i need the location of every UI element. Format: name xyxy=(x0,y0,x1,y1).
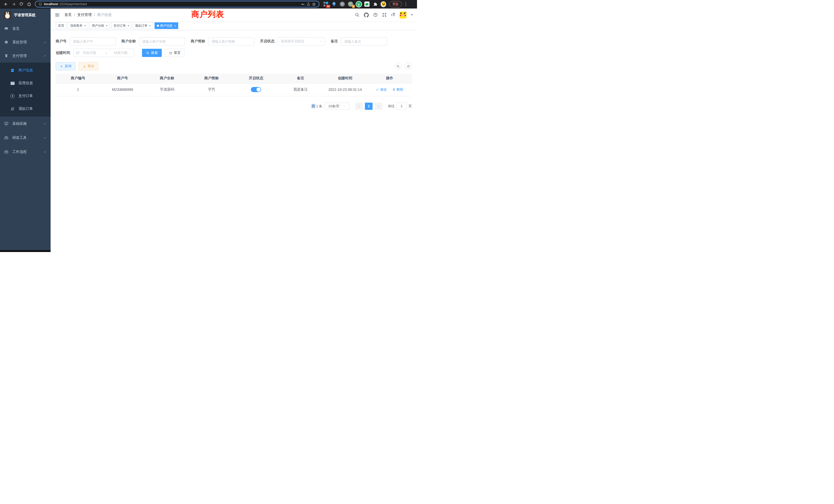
font-size-icon[interactable]: TT xyxy=(391,13,395,17)
bookmark-star-icon[interactable] xyxy=(312,2,316,6)
kite-extension-icon[interactable] xyxy=(331,1,337,7)
filter-row-1: 商户号 商户全称 商户简称 开启状态 请选择开启状态 xyxy=(56,37,412,45)
sidebar-item-merchant-info[interactable]: 商户信息 xyxy=(0,64,50,77)
col-header: 备注 xyxy=(278,74,323,83)
fullscreen-icon[interactable] xyxy=(382,13,387,17)
close-icon[interactable]: × xyxy=(149,24,151,27)
next-page-button[interactable] xyxy=(375,102,382,110)
password-key-icon[interactable] xyxy=(301,2,305,6)
refresh-table-button[interactable] xyxy=(405,63,412,70)
prev-page-button[interactable] xyxy=(355,102,363,110)
breadcrumb-item[interactable]: 支付管理 xyxy=(77,13,92,17)
sidebar-item-infra[interactable]: 基础设施 xyxy=(0,116,50,131)
active-tab-dot xyxy=(157,25,159,27)
collapse-sidebar-icon[interactable] xyxy=(55,12,60,18)
sidebar-item-label: 工作流程 xyxy=(12,150,27,154)
url-bar[interactable]: localhost :1024/pay/merchant xyxy=(35,1,320,7)
close-icon[interactable]: × xyxy=(106,24,107,27)
remark-input[interactable] xyxy=(341,37,387,45)
forward-icon[interactable] xyxy=(10,1,17,7)
avatar-caret-icon[interactable] xyxy=(411,14,413,17)
sidebar-item-pay-order[interactable]: 支付订单 xyxy=(0,90,50,102)
app-header: 首页 / 支付管理 / 商户信息 TT xyxy=(50,8,417,21)
chrome-update-button[interactable]: 更新 xyxy=(389,1,402,7)
status-toggle-on[interactable] xyxy=(251,87,261,92)
tag-manager-extension-icon[interactable]: 10 xyxy=(323,1,329,7)
close-icon[interactable]: × xyxy=(128,24,129,27)
tab-process-form[interactable]: 流程表单 × xyxy=(68,22,88,29)
back-icon[interactable] xyxy=(3,1,9,7)
browser-menu-icon[interactable] xyxy=(404,2,408,6)
filter-row-2: 创建时间 开始日期 - 结束日期 搜索 重置 xyxy=(56,49,412,57)
home-icon[interactable] xyxy=(26,1,32,7)
app-logo[interactable]: 芋道管理系统 xyxy=(0,8,50,22)
toggle-search-button[interactable] xyxy=(394,63,401,70)
col-header: 操作 xyxy=(368,74,412,83)
sidebar-item-system[interactable]: 系统管理 xyxy=(0,36,50,49)
table-header-row: 商户编号 商户号 商户全称 商户简称 开启状态 备注 创建时间 操作 xyxy=(56,74,412,83)
short-name-input[interactable] xyxy=(208,37,255,45)
command-extension-icon[interactable] xyxy=(339,1,345,7)
sidebar-item-label: 商户信息 xyxy=(19,68,33,73)
sidebar-item-app-info[interactable]: 应用信息 xyxy=(0,77,50,90)
full-name-input[interactable] xyxy=(139,37,185,45)
sidebar-item-refund-order[interactable]: 退款订单 xyxy=(0,102,50,115)
start-date-placeholder: 开始日期 xyxy=(81,50,104,55)
gear-icon xyxy=(4,40,8,44)
close-icon[interactable]: × xyxy=(174,24,176,27)
tab-pay-order[interactable]: 支付订单 × xyxy=(111,22,131,29)
sidebar-item-dev-tools[interactable]: 研发工具 xyxy=(0,131,50,145)
y-extension-icon[interactable]: y xyxy=(356,1,361,7)
user-avatar[interactable] xyxy=(399,12,407,19)
merchant-table: 商户编号 商户号 商户全称 商户简称 开启状态 备注 创建时间 操作 1 M23… xyxy=(56,74,412,96)
info-icon[interactable] xyxy=(39,2,42,6)
reset-button[interactable]: 重置 xyxy=(165,49,184,57)
tab-merchant-info[interactable]: 商户信息 × xyxy=(155,22,178,29)
sidebar-item-workflow[interactable]: 工作流程 xyxy=(0,145,50,159)
annotation-title: 商户列表 xyxy=(191,9,224,20)
sidebar-item-pay[interactable]: 支付管理 xyxy=(0,49,50,63)
help-icon[interactable] xyxy=(373,13,378,17)
sidebar-item-label: 研发工具 xyxy=(12,136,27,140)
delete-link[interactable]: 删除 xyxy=(392,87,403,92)
short-name-label: 商户简称 xyxy=(191,39,205,44)
status-select[interactable]: 请选择开启状态 xyxy=(278,37,325,45)
add-button[interactable]: 新增 xyxy=(56,62,75,70)
col-header: 商户简称 xyxy=(189,74,234,83)
search-button[interactable]: 搜索 xyxy=(142,49,162,57)
edit-link[interactable]: 修改 xyxy=(376,87,387,92)
chevron-down-icon xyxy=(43,122,46,125)
sidebar-item-label: 退款订单 xyxy=(19,107,33,111)
page-number-1[interactable]: 1 xyxy=(365,102,373,110)
breadcrumb-separator: / xyxy=(94,13,95,17)
create-time-range-picker[interactable]: 开始日期 - 结束日期 xyxy=(73,49,134,57)
table-icon xyxy=(10,81,15,86)
extensions-puzzle-icon[interactable] xyxy=(372,1,378,7)
recorder-extension-icon[interactable]: 1 xyxy=(348,1,353,7)
share-icon[interactable] xyxy=(307,2,310,6)
tab-user-group[interactable]: 用户分组 × xyxy=(89,22,110,29)
end-date-placeholder: 结束日期 xyxy=(108,50,131,55)
chevron-down-icon xyxy=(43,41,46,44)
export-button[interactable]: 导出 xyxy=(79,62,98,70)
yen-circle-icon xyxy=(10,94,15,98)
breadcrumb-item-current: 商户信息 xyxy=(97,13,112,17)
goto-page-input[interactable] xyxy=(396,102,407,110)
page-size-select[interactable]: 10条/页 xyxy=(325,102,349,110)
remark-label: 备注 xyxy=(331,39,338,44)
breadcrumb-item[interactable]: 首页 xyxy=(64,13,72,17)
breadcrumb-separator: / xyxy=(74,13,75,17)
yen-icon xyxy=(4,54,8,58)
merchant-no-input[interactable] xyxy=(70,37,116,45)
tab-refund-order[interactable]: 退款订单 × xyxy=(133,22,153,29)
chevron-down-icon xyxy=(343,105,346,108)
close-icon[interactable]: × xyxy=(84,24,86,27)
tab-home[interactable]: 首页 xyxy=(56,22,66,29)
search-icon[interactable] xyxy=(355,13,359,17)
browser-profile-avatar[interactable] xyxy=(380,1,386,7)
chat-extension-icon[interactable] xyxy=(364,1,370,7)
github-icon[interactable] xyxy=(364,13,369,18)
reload-icon[interactable] xyxy=(18,1,25,7)
chevron-up-icon xyxy=(43,54,46,58)
sidebar-item-home[interactable]: 首页 xyxy=(0,22,50,36)
